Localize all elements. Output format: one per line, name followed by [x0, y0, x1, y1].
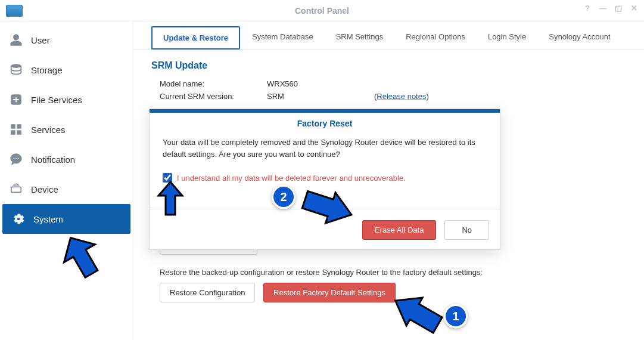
- tab-synology-account[interactable]: Synology Account: [538, 26, 621, 49]
- modal-body: Your data will be completely removed and…: [150, 134, 500, 167]
- svg-point-6: [13, 157, 14, 159]
- minimize-icon[interactable]: —: [598, 4, 608, 13]
- svg-rect-4: [11, 131, 15, 134]
- svg-point-8: [17, 157, 18, 159]
- storage-icon: [10, 63, 23, 76]
- tab-srm-settings[interactable]: SRM Settings: [325, 26, 394, 49]
- modal-separator: [150, 209, 500, 209]
- sidebar-item-label: Notification: [31, 154, 75, 165]
- app-icon: [6, 5, 23, 17]
- chat-icon: [10, 153, 23, 166]
- section-title-update: SRM Update: [151, 60, 626, 71]
- label-model: Model name:: [160, 79, 267, 88]
- svg-rect-9: [11, 187, 21, 192]
- share-icon: [10, 93, 23, 106]
- sidebar-item-system[interactable]: System: [2, 204, 130, 234]
- erase-all-data-button[interactable]: Erase All Data: [362, 220, 436, 240]
- factory-reset-modal: Factory Reset Your data will be complete…: [149, 109, 500, 250]
- window-controls: ? — ▢ ✕: [582, 4, 639, 13]
- tab-system-database[interactable]: System Database: [241, 26, 324, 49]
- maximize-icon[interactable]: ▢: [613, 4, 624, 13]
- confirm-checkbox[interactable]: [163, 173, 172, 183]
- svg-point-7: [15, 157, 17, 159]
- device-icon: [10, 183, 23, 196]
- sidebar: User Storage File Services Services Noti…: [0, 21, 133, 340]
- text-restore-info: Restore the backed-up configuration or r…: [160, 268, 626, 277]
- window-title: Control Panel: [0, 6, 644, 16]
- restore-factory-button[interactable]: Restore Factory Default Settings: [263, 283, 396, 302]
- sidebar-item-user[interactable]: User: [0, 25, 133, 55]
- sidebar-item-label: Services: [31, 125, 66, 135]
- svg-rect-3: [17, 125, 21, 128]
- sidebar-item-services[interactable]: Services: [0, 115, 133, 144]
- sidebar-item-label: Storage: [31, 65, 63, 75]
- user-icon: [10, 33, 23, 47]
- row-model: Model name: WRX560: [160, 79, 626, 88]
- sidebar-item-label: System: [33, 214, 63, 224]
- sidebar-item-label: User: [31, 35, 50, 45]
- svg-rect-5: [17, 131, 21, 134]
- link-release-notes[interactable]: Release notes: [377, 92, 426, 101]
- tab-update-restore[interactable]: Update & Restore: [151, 26, 240, 50]
- grid-icon: [10, 123, 23, 136]
- sidebar-item-storage[interactable]: Storage: [0, 55, 133, 85]
- tab-login-style[interactable]: Login Style: [477, 26, 537, 49]
- sidebar-item-label: Device: [31, 184, 58, 194]
- no-button[interactable]: No: [444, 220, 489, 240]
- restore-config-button[interactable]: Restore Configuration: [160, 283, 255, 302]
- confirm-checkbox-label: I understand all my data will be deleted…: [177, 174, 406, 183]
- tab-regional-options[interactable]: Regional Options: [395, 26, 476, 49]
- gear-icon: [12, 212, 25, 225]
- sidebar-item-label: File Services: [31, 95, 82, 105]
- close-icon[interactable]: ✕: [629, 4, 639, 13]
- row-version: Current SRM version: SRM (Release notes): [160, 92, 626, 101]
- value-model: WRX560: [267, 79, 374, 88]
- titlebar: Control Panel ? — ▢ ✕: [0, 0, 644, 21]
- sidebar-item-file-services[interactable]: File Services: [0, 85, 133, 115]
- help-icon[interactable]: ?: [582, 4, 593, 13]
- modal-title: Factory Reset: [150, 113, 500, 134]
- label-version: Current SRM version:: [160, 92, 267, 101]
- value-version: SRM: [267, 92, 374, 101]
- svg-rect-2: [11, 125, 15, 128]
- sidebar-item-notification[interactable]: Notification: [0, 144, 133, 174]
- svg-point-0: [11, 64, 21, 68]
- tabs: Update & Restore System Database SRM Set…: [133, 21, 644, 50]
- sidebar-item-device[interactable]: Device: [0, 174, 133, 204]
